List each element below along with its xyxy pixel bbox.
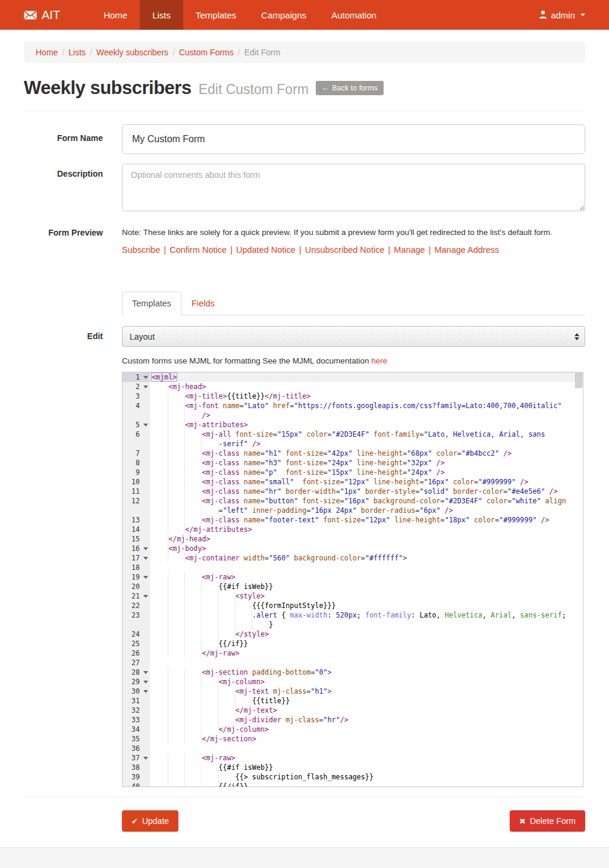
editor-code-text: <mj-title>{{title}}</mj-title> — [150, 391, 583, 401]
editor-gutter-cell: 36 — [123, 744, 150, 753]
preview-link-unsubscribed-notice[interactable]: Unsubscribed Notice — [305, 245, 385, 255]
editor-gutter-cell: 8 — [123, 458, 150, 468]
editor-code-text: /> — [150, 411, 583, 420]
mjml-note: Custom forms use MJML for formatting See… — [122, 356, 585, 365]
mjml-doc-link[interactable]: here — [371, 356, 387, 365]
mjml-code-editor[interactable]: 1<mjml>2<mj-head>3<mj-title>{{title}}</m… — [122, 372, 583, 787]
user-icon — [539, 10, 547, 20]
editor-gutter-cell: 28 — [123, 668, 150, 677]
editor-gutter-cell: 4 — [123, 401, 150, 411]
fold-arrow-icon[interactable] — [143, 690, 148, 693]
editor-gutter-cell: 3 — [123, 391, 150, 401]
editor-code-text: {{/if}} — [150, 639, 583, 648]
preview-link-confirm-notice[interactable]: Confirm Notice — [169, 245, 227, 255]
form-name-input[interactable] — [122, 124, 585, 154]
editor-code-text: <mj-all font-size="15px" color="#2D3E4F"… — [150, 430, 583, 439]
description-label: Description — [24, 164, 103, 211]
fold-arrow-icon[interactable] — [143, 595, 148, 598]
preview-link-manage-address[interactable]: Manage Address — [434, 245, 499, 255]
editor-code-text: </mj-column> — [150, 725, 583, 734]
editor-gutter-cell: 32 — [123, 706, 150, 715]
nav-item-campaigns[interactable]: Campaigns — [249, 0, 319, 30]
envelope-icon — [24, 11, 37, 20]
editor-line: 21<style> — [123, 591, 583, 601]
editor-code-text: <mj-divider mj-class="hr"/> — [150, 715, 583, 725]
fold-arrow-icon[interactable] — [143, 671, 148, 674]
editor-code-text: </mj-text> — [150, 706, 583, 715]
tab-templates[interactable]: Templates — [122, 292, 181, 315]
editor-gutter-cell — [123, 506, 150, 515]
editor-code-text: <mj-raw> — [150, 753, 583, 763]
description-textarea[interactable] — [122, 164, 585, 211]
delete-form-button[interactable]: ✖Delete Form — [510, 810, 585, 832]
fold-arrow-icon[interactable] — [143, 376, 148, 379]
editor-gutter-cell: 29 — [123, 677, 150, 687]
back-to-forms-button[interactable]: ←Back to forms — [316, 81, 384, 95]
editor-line: 37<mj-raw> — [123, 753, 583, 763]
editor-gutter-cell: 26 — [123, 648, 150, 658]
editor-line: 6<mj-all font-size="15px" color="#2D3E4F… — [123, 430, 583, 439]
fold-arrow-icon[interactable] — [143, 757, 148, 760]
editor-code-text: .alert { max-width: 520px; font-family: … — [150, 610, 583, 620]
preview-links: Subscribe|Confirm Notice|Updated Notice|… — [122, 245, 585, 255]
nav-item-automation[interactable]: Automation — [319, 0, 389, 30]
editor-gutter-cell: 22 — [123, 601, 150, 610]
editor-gutter-cell: 24 — [123, 629, 150, 639]
breadcrumb-item-custom-forms[interactable]: Custom Forms — [179, 48, 234, 57]
breadcrumb-item-home[interactable]: Home — [36, 48, 58, 57]
editor-code-text: <mj-class name="footer-text" font-size="… — [150, 515, 583, 525]
fold-arrow-icon[interactable] — [143, 576, 148, 579]
preview-link-manage[interactable]: Manage — [394, 245, 425, 255]
preview-link-subscribe[interactable]: Subscribe — [122, 245, 160, 255]
tab-fields[interactable]: Fields — [181, 292, 225, 315]
chevron-down-icon — [580, 14, 585, 16]
editor-line: 17<mj-container width="560" background-c… — [123, 553, 583, 563]
breadcrumb-separator: / — [234, 48, 244, 57]
editor-code-text: {{/if}} — [150, 782, 583, 787]
editor-line: 16<mj-body> — [123, 544, 583, 553]
editor-code-text: ="left" inner-padding="16px 24px" border… — [150, 506, 583, 515]
editor-line: 26</mj-raw> — [123, 648, 583, 658]
editor-code-text: <mj-font name="Lato" href="https://fonts… — [150, 401, 583, 411]
link-separator: | — [160, 245, 169, 255]
editor-gutter-cell: 15 — [123, 534, 150, 544]
left-arrow-icon: ← — [322, 84, 329, 92]
preview-note: Note: These links are solely for a quick… — [122, 227, 585, 237]
brand-link[interactable]: AIT — [24, 0, 60, 30]
editor-gutter-cell: 11 — [123, 487, 150, 496]
page-subtitle: Edit Custom Form — [199, 82, 309, 98]
editor-line: 31{{title}} — [123, 696, 583, 706]
fold-arrow-icon[interactable] — [143, 681, 148, 684]
top-navbar: AIT HomeListsTemplatesCampaignsAutomatio… — [0, 0, 609, 30]
editor-code-text: <mj-container width="560" background-col… — [150, 553, 583, 563]
editor-code-text: <mj-raw> — [150, 572, 583, 582]
editor-gutter-cell: 12 — [123, 496, 150, 506]
editor-gutter-cell: 14 — [123, 525, 150, 534]
edit-label: Edit — [24, 326, 103, 347]
editor-scrollbar-thumb[interactable] — [575, 373, 582, 388]
editor-gutter-cell: 13 — [123, 515, 150, 525]
preview-link-updated-notice[interactable]: Updated Notice — [236, 245, 296, 255]
link-separator: | — [425, 245, 435, 255]
editor-line: 25{{/if}} — [123, 639, 583, 648]
breadcrumb-item-lists[interactable]: Lists — [68, 48, 86, 57]
nav-item-templates[interactable]: Templates — [183, 0, 249, 30]
editor-line: 10<mj-class name="small" font-size="12px… — [123, 477, 583, 487]
nav-item-home[interactable]: Home — [91, 0, 140, 30]
fold-arrow-icon[interactable] — [143, 424, 148, 427]
edit-template-select[interactable]: Layout — [122, 326, 585, 347]
editor-line: 22{{{formInputStyle}}} — [123, 601, 583, 610]
editor-line-wrap: ="left" inner-padding="16px 24px" border… — [123, 506, 583, 515]
editor-code-text: <mj-class name="hr" border-width="1px" b… — [150, 487, 583, 496]
nav-item-lists[interactable]: Lists — [140, 0, 183, 30]
fold-arrow-icon[interactable] — [143, 547, 148, 550]
fold-arrow-icon[interactable] — [143, 557, 148, 560]
editor-line: 34</mj-column> — [123, 725, 583, 734]
update-button[interactable]: ✔Update — [122, 810, 178, 832]
editor-gutter-cell: 21 — [123, 591, 150, 601]
editor-code-text: -serif" /> — [150, 439, 583, 449]
user-menu[interactable]: admin — [539, 10, 585, 20]
editor-line: 32</mj-text> — [123, 706, 583, 715]
fold-arrow-icon[interactable] — [143, 386, 148, 388]
breadcrumb-item-weekly-subscribers[interactable]: Weekly subscribers — [96, 48, 168, 57]
